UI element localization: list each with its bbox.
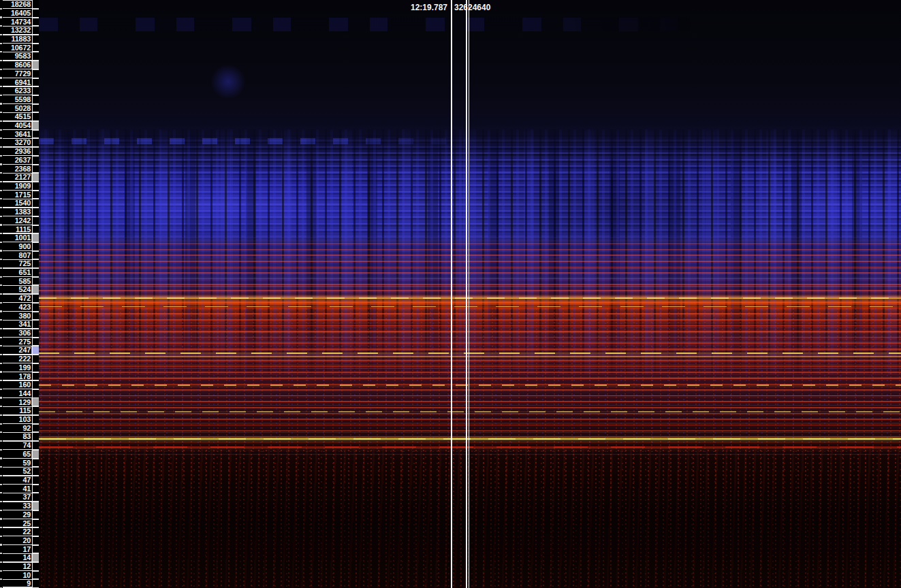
frequency-tick-label: 129 (1, 399, 31, 406)
frequency-tick-label: 2637 (1, 157, 31, 164)
tick-mark (33, 510, 39, 511)
partial-line-341hz (39, 306, 901, 308)
frequency-tick-label: 6941 (1, 79, 31, 86)
frequency-tick-label: 14734 (1, 18, 31, 26)
frequency-tick-label: 423 (1, 304, 31, 311)
frequency-tick-label: 29 (1, 511, 31, 519)
frequency-tick-label: 37 (1, 493, 31, 501)
frequency-tick-row: 22 (0, 527, 32, 536)
frequency-tick-label: 7729 (1, 70, 31, 78)
spectrogram-mid-dim-patch (461, 153, 781, 262)
frequency-tick-row: 2936 (0, 147, 32, 156)
partial-line-380hz (39, 297, 901, 299)
frequency-tick-label: 380 (1, 312, 31, 320)
tick-mark (33, 578, 39, 580)
frequency-tick-label: 807 (1, 252, 31, 259)
tick-mark (33, 86, 39, 87)
tick-mark (33, 570, 39, 572)
tick-mark (33, 544, 39, 546)
tick-mark (33, 354, 39, 355)
tick-mark (33, 406, 39, 407)
tick-mark (33, 293, 39, 295)
spectrogram-canvas[interactable] (39, 0, 901, 588)
frequency-tick-label: 65 (1, 451, 31, 458)
frequency-tick-label: 5598 (1, 96, 31, 103)
frequency-tick-label: 74 (1, 442, 31, 449)
frequency-tick-row: 1540 (0, 199, 32, 208)
frequency-tick-label: 6233 (1, 87, 31, 95)
tick-mark (33, 34, 39, 35)
playhead-line-right[interactable] (469, 0, 470, 588)
partial-line-199hz (39, 353, 901, 354)
tick-mark (33, 536, 39, 537)
frequency-tick-row: 14734 (0, 17, 32, 26)
frequency-tick-label: 5028 (1, 105, 31, 112)
tick-mark (33, 475, 39, 476)
frequency-tick-row: 9583 (0, 52, 32, 61)
frequency-tick-row: 1242 (0, 216, 32, 225)
frequency-tick-row: 7729 (0, 69, 32, 78)
frequency-tick-label: 16405 (1, 10, 31, 17)
frequency-tick-row: 103 (0, 415, 32, 424)
frequency-tick-row: 5598 (0, 95, 32, 104)
tick-mark (33, 311, 39, 312)
frequency-tick-row: 9 (0, 579, 32, 588)
tick-mark (33, 137, 39, 139)
frequency-tick-row: 10 (0, 571, 32, 580)
frequency-tick-label: 222 (1, 355, 31, 363)
frequency-tick-row: 65 (0, 450, 32, 459)
frequency-tick-label: 1909 (1, 182, 31, 190)
tick-mark (33, 267, 39, 269)
tick-mark (33, 466, 39, 468)
frequency-tick-label: 4054 (1, 122, 31, 129)
spectrogram-window: 1826816405147341323211883106729583860677… (0, 0, 901, 588)
tick-mark (33, 242, 39, 243)
partial-line-129hz (39, 385, 901, 386)
frequency-tick-row: 1001 (0, 233, 32, 242)
tick-mark (33, 389, 39, 390)
frequency-tick-label: 25 (1, 520, 31, 527)
frequency-tick-label: 1242 (1, 217, 31, 225)
tick-mark (33, 190, 39, 191)
tick-mark (33, 225, 39, 226)
frequency-tick-row: 2637 (0, 156, 32, 165)
frequency-tick-row: 222 (0, 355, 32, 363)
frequency-tick-label: 144 (1, 390, 31, 397)
frequency-tick-label: 1540 (1, 199, 31, 207)
tick-mark (33, 112, 39, 113)
frequency-tick-label: 13232 (1, 27, 31, 34)
playhead-line-left[interactable] (466, 0, 467, 588)
tick-mark (33, 95, 39, 96)
frequency-tick-label: 17 (1, 546, 31, 553)
frequency-tick-row: 8606 (0, 61, 32, 69)
frequency-tick-label: 10 (1, 572, 31, 579)
frequency-tick-label: 275 (1, 338, 31, 346)
tick-mark (33, 319, 39, 321)
tick-mark (33, 527, 39, 528)
frequency-tick-row: 5028 (0, 103, 32, 112)
selection-cursor-line[interactable] (451, 0, 452, 588)
frequency-tick-row: 115 (0, 406, 32, 415)
frequency-tick-label: 103 (1, 416, 31, 423)
frequency-tick-row: 129 (0, 397, 32, 406)
tick-mark (33, 78, 39, 79)
tick-mark (33, 363, 39, 364)
frequency-tick-label: 33 (1, 502, 31, 510)
frequency-tick-label: 20 (1, 537, 31, 544)
partial-line-92hz (39, 411, 901, 412)
frequency-tick-label: 341 (1, 321, 31, 328)
partial-band-orange (39, 300, 901, 306)
frequency-tick-row: 725 (0, 259, 32, 268)
frequency-tick-row: 16405 (0, 9, 32, 18)
frequency-tick-label: 41 (1, 485, 31, 493)
tick-mark (33, 337, 39, 338)
tick-mark (33, 484, 39, 485)
spectrogram-blue-harmonics (39, 133, 901, 242)
frequency-tick-row: 29 (0, 510, 32, 519)
frequency-axis[interactable]: 1826816405147341323211883106729583860677… (0, 0, 39, 588)
frequency-tick-label: 199 (1, 364, 31, 372)
frequency-tick-row: 160 (0, 380, 32, 389)
frequency-tick-label: 115 (1, 407, 31, 414)
frequency-tick-label: 47 (1, 476, 31, 484)
tick-mark (33, 423, 39, 425)
